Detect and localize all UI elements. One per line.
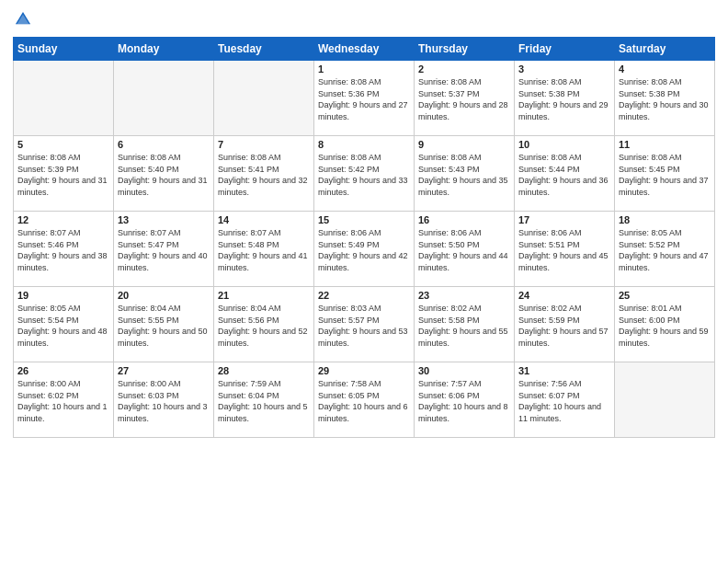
weekday-header: Saturday [615,38,715,61]
weekday-header: Thursday [415,38,515,61]
calendar-day: 31Sunrise: 7:56 AM Sunset: 6:07 PM Dayli… [515,362,615,438]
day-info: Sunrise: 8:06 AM Sunset: 5:50 PM Dayligh… [418,227,510,273]
calendar-day: 5Sunrise: 8:08 AM Sunset: 5:39 PM Daylig… [14,136,114,212]
weekday-header: Tuesday [214,38,314,61]
weekday-header: Wednesday [314,38,415,61]
day-info: Sunrise: 8:07 AM Sunset: 5:48 PM Dayligh… [218,227,310,273]
day-number: 26 [17,365,109,376]
calendar-day: 9Sunrise: 8:08 AM Sunset: 5:43 PM Daylig… [415,136,515,212]
day-info: Sunrise: 8:07 AM Sunset: 5:46 PM Dayligh… [17,227,109,273]
header-row: SundayMondayTuesdayWednesdayThursdayFrid… [14,38,715,61]
weekday-header: Friday [515,38,615,61]
day-number: 9 [418,139,510,150]
day-number: 11 [619,139,711,150]
day-info: Sunrise: 8:06 AM Sunset: 5:51 PM Dayligh… [518,227,610,273]
day-number: 19 [17,290,109,301]
day-info: Sunrise: 8:08 AM Sunset: 5:40 PM Dayligh… [118,152,210,198]
day-number: 31 [518,365,610,376]
day-number: 20 [118,290,210,301]
day-info: Sunrise: 8:05 AM Sunset: 5:52 PM Dayligh… [619,227,711,273]
day-number: 1 [318,63,410,75]
week-row: 26Sunrise: 8:00 AM Sunset: 6:02 PM Dayli… [14,362,715,438]
day-number: 25 [619,290,711,301]
calendar-day: 1Sunrise: 8:08 AM Sunset: 5:36 PM Daylig… [314,61,415,136]
calendar-day: 15Sunrise: 8:06 AM Sunset: 5:49 PM Dayli… [314,212,415,287]
day-info: Sunrise: 8:08 AM Sunset: 5:38 PM Dayligh… [619,76,711,122]
calendar-day: 14Sunrise: 8:07 AM Sunset: 5:48 PM Dayli… [214,212,314,287]
calendar-day: 18Sunrise: 8:05 AM Sunset: 5:52 PM Dayli… [615,212,715,287]
day-info: Sunrise: 8:08 AM Sunset: 5:37 PM Dayligh… [418,76,510,122]
weekday-header: Monday [114,38,214,61]
calendar-day: 13Sunrise: 8:07 AM Sunset: 5:47 PM Dayli… [114,212,214,287]
calendar-day: 25Sunrise: 8:01 AM Sunset: 6:00 PM Dayli… [615,287,715,362]
calendar-day: 12Sunrise: 8:07 AM Sunset: 5:46 PM Dayli… [14,212,114,287]
week-row: 1Sunrise: 8:08 AM Sunset: 5:36 PM Daylig… [14,61,715,136]
day-number: 16 [418,214,510,225]
calendar-day: 3Sunrise: 8:08 AM Sunset: 5:38 PM Daylig… [515,61,615,136]
day-number: 10 [518,139,610,150]
calendar-day: 4Sunrise: 8:08 AM Sunset: 5:38 PM Daylig… [615,61,715,136]
day-info: Sunrise: 8:08 AM Sunset: 5:42 PM Dayligh… [318,152,410,198]
day-info: Sunrise: 8:03 AM Sunset: 5:57 PM Dayligh… [318,303,410,349]
calendar-day: 17Sunrise: 8:06 AM Sunset: 5:51 PM Dayli… [515,212,615,287]
day-number: 18 [619,214,711,225]
day-number: 2 [418,63,510,75]
day-number: 7 [218,139,310,150]
calendar-day: 27Sunrise: 8:00 AM Sunset: 6:03 PM Dayli… [114,362,214,438]
calendar-day [214,61,314,136]
day-info: Sunrise: 8:01 AM Sunset: 6:00 PM Dayligh… [619,303,711,349]
calendar-day: 28Sunrise: 7:59 AM Sunset: 6:04 PM Dayli… [214,362,314,438]
day-info: Sunrise: 8:04 AM Sunset: 5:56 PM Dayligh… [218,303,310,349]
calendar-day: 30Sunrise: 7:57 AM Sunset: 6:06 PM Dayli… [415,362,515,438]
day-number: 27 [118,365,210,376]
day-number: 17 [518,214,610,225]
calendar-day: 10Sunrise: 8:08 AM Sunset: 5:44 PM Dayli… [515,136,615,212]
calendar-day: 22Sunrise: 8:03 AM Sunset: 5:57 PM Dayli… [314,287,415,362]
day-number: 30 [418,365,510,376]
calendar-day: 23Sunrise: 8:02 AM Sunset: 5:58 PM Dayli… [415,287,515,362]
day-info: Sunrise: 8:07 AM Sunset: 5:47 PM Dayligh… [118,227,210,273]
day-info: Sunrise: 8:02 AM Sunset: 5:58 PM Dayligh… [418,303,510,349]
day-info: Sunrise: 8:06 AM Sunset: 5:49 PM Dayligh… [318,227,410,273]
day-info: Sunrise: 8:08 AM Sunset: 5:36 PM Dayligh… [318,76,410,122]
day-number: 3 [518,63,610,75]
day-info: Sunrise: 8:00 AM Sunset: 6:03 PM Dayligh… [118,378,210,424]
day-number: 14 [218,214,310,225]
day-number: 21 [218,290,310,301]
calendar-day: 8Sunrise: 8:08 AM Sunset: 5:42 PM Daylig… [314,136,415,212]
logo-icon [13,9,33,29]
calendar-day: 7Sunrise: 8:08 AM Sunset: 5:41 PM Daylig… [214,136,314,212]
day-number: 23 [418,290,510,301]
day-number: 24 [518,290,610,301]
calendar-day [615,362,715,438]
page: SundayMondayTuesdayWednesdayThursdayFrid… [0,0,728,563]
calendar-day: 21Sunrise: 8:04 AM Sunset: 5:56 PM Dayli… [214,287,314,362]
calendar-day [14,61,114,136]
week-row: 5Sunrise: 8:08 AM Sunset: 5:39 PM Daylig… [14,136,715,212]
calendar-day: 16Sunrise: 8:06 AM Sunset: 5:50 PM Dayli… [415,212,515,287]
calendar-day: 26Sunrise: 8:00 AM Sunset: 6:02 PM Dayli… [14,362,114,438]
calendar-table: SundayMondayTuesdayWednesdayThursdayFrid… [13,37,715,438]
day-number: 12 [17,214,109,225]
calendar-day: 24Sunrise: 8:02 AM Sunset: 5:59 PM Dayli… [515,287,615,362]
day-number: 13 [118,214,210,225]
day-info: Sunrise: 8:08 AM Sunset: 5:45 PM Dayligh… [619,152,711,198]
week-row: 19Sunrise: 8:05 AM Sunset: 5:54 PM Dayli… [14,287,715,362]
day-number: 4 [619,63,711,75]
day-number: 8 [318,139,410,150]
header [13,9,715,29]
calendar-day: 2Sunrise: 8:08 AM Sunset: 5:37 PM Daylig… [415,61,515,136]
week-row: 12Sunrise: 8:07 AM Sunset: 5:46 PM Dayli… [14,212,715,287]
day-number: 28 [218,365,310,376]
day-info: Sunrise: 7:59 AM Sunset: 6:04 PM Dayligh… [218,378,310,424]
calendar-day: 20Sunrise: 8:04 AM Sunset: 5:55 PM Dayli… [114,287,214,362]
day-info: Sunrise: 7:57 AM Sunset: 6:06 PM Dayligh… [418,378,510,424]
day-info: Sunrise: 7:56 AM Sunset: 6:07 PM Dayligh… [518,378,610,424]
calendar-day: 6Sunrise: 8:08 AM Sunset: 5:40 PM Daylig… [114,136,214,212]
calendar-day: 11Sunrise: 8:08 AM Sunset: 5:45 PM Dayli… [615,136,715,212]
calendar-day: 19Sunrise: 8:05 AM Sunset: 5:54 PM Dayli… [14,287,114,362]
day-info: Sunrise: 8:05 AM Sunset: 5:54 PM Dayligh… [17,303,109,349]
day-number: 15 [318,214,410,225]
calendar-day: 29Sunrise: 7:58 AM Sunset: 6:05 PM Dayli… [314,362,415,438]
calendar-day [114,61,214,136]
